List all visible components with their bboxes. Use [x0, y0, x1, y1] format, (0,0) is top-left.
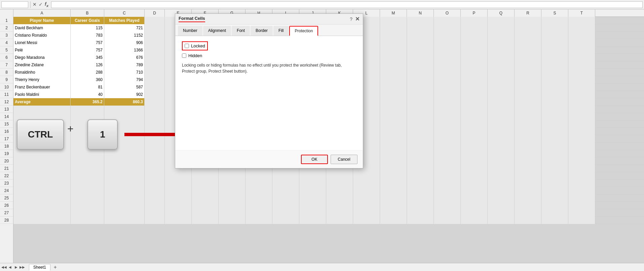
tab-font[interactable]: Font	[232, 26, 250, 36]
tab-protection[interactable]: Protection	[289, 26, 318, 36]
hidden-label: Hidden	[188, 53, 202, 58]
ok-button[interactable]: OK	[301, 155, 328, 164]
locked-checkbox-row: Locked	[182, 41, 208, 50]
tab-fill[interactable]: Fill	[273, 26, 289, 36]
locked-checkbox[interactable]	[185, 44, 189, 48]
protection-description: Locking cells or hiding formulas has no …	[182, 62, 343, 74]
hidden-checkbox-row: Hidden	[182, 53, 356, 58]
dialog-close-button[interactable]: ✕	[355, 16, 359, 22]
dialog-titlebar: Format Cells ? ✕	[175, 14, 363, 25]
dialog-overlay: Format Cells ? ✕ Number Alignment Font B…	[0, 0, 644, 271]
format-cells-dialog: Format Cells ? ✕ Number Alignment Font B…	[175, 13, 363, 168]
dialog-help-button[interactable]: ?	[350, 16, 352, 22]
tab-border[interactable]: Border	[251, 26, 273, 36]
locked-label: Locked	[191, 43, 205, 48]
tab-number[interactable]: Number	[178, 26, 202, 36]
dialog-body: Locked Hidden Locking cells or hiding fo…	[175, 36, 363, 150]
dialog-tabs: Number Alignment Font Border Fill Protec…	[175, 25, 363, 36]
cancel-button[interactable]: Cancel	[331, 155, 357, 164]
hidden-checkbox[interactable]	[182, 53, 186, 58]
dialog-title-controls: ? ✕	[350, 16, 359, 22]
dialog-footer: OK Cancel	[175, 150, 363, 168]
spreadsheet: A1 ✕ ✓ fx Player Name A B C D E F G H I …	[0, 0, 644, 271]
dialog-title: Format Cells	[179, 16, 205, 22]
tab-alignment[interactable]: Alignment	[203, 26, 231, 36]
